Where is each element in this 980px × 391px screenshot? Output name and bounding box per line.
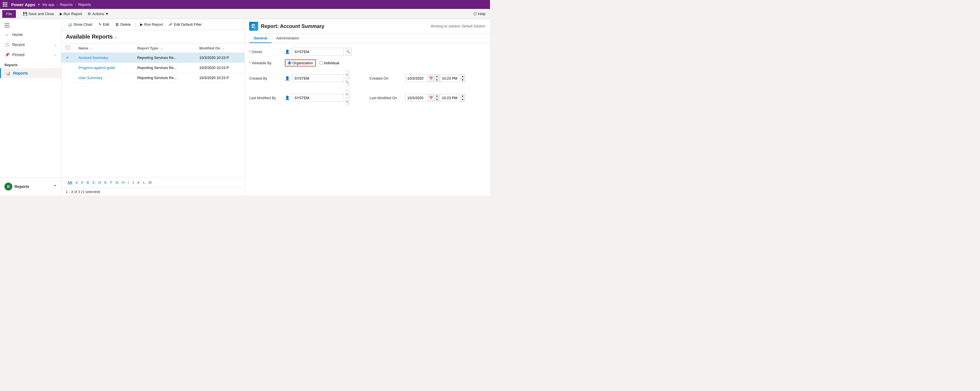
alpha-a[interactable]: A [79,180,85,185]
col-report-type[interactable]: Report Type ⌄ [133,43,195,53]
home-icon: ⌂ [5,32,10,37]
last-modified-on-calendar-button[interactable]: 📅 [428,94,434,102]
file-button[interactable]: File [2,10,16,18]
alpha-hash[interactable]: # [74,180,79,185]
created-on-time-up[interactable]: ▲ [461,74,465,78]
table-title-caret[interactable]: ⌄ [115,35,118,39]
report-type-sort-icon[interactable]: ⌄ [160,47,163,50]
owner-input[interactable] [292,48,344,56]
created-on-down-caret[interactable]: ▼ [435,78,439,82]
owner-user-icon: 👤 [285,49,290,54]
svg-text:▶: ▶ [254,27,256,29]
alpha-all[interactable]: All [66,180,74,185]
tab-general[interactable]: General [249,34,272,43]
show-chart-button[interactable]: 📊 Show Chart [65,21,95,28]
created-by-lookup-btn[interactable]: 🔍 [345,78,349,86]
individual-radio[interactable] [319,61,323,65]
individual-radio-option[interactable]: Individual [319,61,339,65]
alpha-h[interactable]: H [120,180,126,185]
chart-icon: 📊 [68,22,72,27]
r-badge: R [5,183,12,190]
sidebar-toggle[interactable] [0,21,61,30]
last-modified-on-time-up[interactable]: ▲ [461,94,465,98]
status-bar: 1 - 3 of 3 (1 selected) [61,188,245,196]
created-by-up-btn[interactable]: ▲ [345,70,349,78]
select-all-checkbox[interactable] [66,46,70,49]
sidebar-item-home[interactable]: ⌂ Home [0,30,61,40]
right-panel-header: ▶ Report: Account Summary Working on sol… [245,19,490,34]
run-report-toolbar-button[interactable]: ▶ Run Report [57,10,84,18]
app-name[interactable]: Power Apps [11,2,35,7]
created-on-date-input[interactable] [406,74,428,82]
row-1-check[interactable]: ✓ [61,53,74,63]
owner-label: Owner [249,50,283,54]
organization-radio-option[interactable]: Organization [285,59,316,67]
alpha-d[interactable]: D [97,180,103,185]
row-1-name-link[interactable]: Account Summary [78,56,108,60]
col-name[interactable]: Name ↑↓ [74,43,133,53]
alpha-b[interactable]: B [85,180,91,185]
breadcrumb-reports-2[interactable]: Reports [78,3,91,7]
row-3-check[interactable] [61,73,74,83]
created-on-label: Created On [370,76,403,80]
row-2-check[interactable] [61,63,74,73]
help-button[interactable]: ⓘ Help [471,10,488,18]
table-row: User Summary Reporting Services Re... 10… [61,73,245,83]
alpha-l[interactable]: L [142,180,147,185]
row-1-report-type: Reporting Services Re... [133,53,195,63]
row-2-name[interactable]: Progress against goals [74,63,133,73]
save-and-close-button[interactable]: 💾 Save and Close [21,10,56,18]
run-report-icon: ▶ [60,12,62,16]
sidebar-item-recent[interactable]: 🕐 Recent ⌄ [0,40,61,50]
edit-button[interactable]: ✎ Edit [96,21,112,28]
alpha-m[interactable]: M [147,180,153,185]
created-on-time-down[interactable]: ▼ [461,78,465,82]
top-nav: Power Apps ▼ My app › Reports › Reports [0,0,490,9]
created-by-input[interactable] [292,74,344,82]
my-app-label[interactable]: My app [42,3,54,7]
alpha-e[interactable]: E [103,180,108,185]
sidebar-item-pinned[interactable]: 📌 Pinned ⌄ [0,50,61,60]
last-modified-by-input[interactable] [292,94,344,102]
row-1-name[interactable]: Account Summary [74,53,133,63]
organization-radio[interactable] [288,61,291,65]
edit-default-filter-button[interactable]: ☍ Edit Default Filter [166,21,205,28]
last-modified-on-date-input[interactable] [406,94,428,102]
alpha-j[interactable]: J [130,180,136,185]
created-on-calendar-button[interactable]: 📅 [428,74,434,82]
alpha-f[interactable]: F [108,180,114,185]
svg-rect-3 [252,27,254,27]
delete-button[interactable]: 🗑 Delete [113,21,134,28]
actions-button[interactable]: ⚙ Actions ▼ [85,10,111,18]
last-modified-by-lookup-btn[interactable]: 🔍 [345,98,349,105]
row-3-name-link[interactable]: User Summary [78,76,103,80]
col-check[interactable] [61,43,74,53]
tab-administration[interactable]: Administration [272,34,303,43]
created-on-time-input[interactable] [440,74,460,82]
name-sort-icons[interactable]: ↑↓ [90,47,93,50]
last-modified-on-label: Last Modified On [370,96,403,100]
run-report-list-button[interactable]: ▶ Run Report [137,21,165,28]
last-modified-on-time-input[interactable] [440,94,460,102]
alpha-k[interactable]: K [135,180,142,185]
owner-lookup-button[interactable]: 🔍 [345,48,352,56]
last-modified-on-up-caret[interactable]: ▲ [435,94,439,98]
modified-on-sort-icon[interactable]: ⌄ [222,47,224,50]
last-modified-by-up-btn[interactable]: ▲ [345,90,349,98]
alpha-i[interactable]: I [126,180,130,185]
alpha-g[interactable]: G [114,180,120,185]
col-modified-on[interactable]: Modified On ⌄ [195,43,245,53]
table-container: Available Reports ⌄ Name ↑↓ Report [61,30,245,177]
row-3-name[interactable]: User Summary [74,73,133,83]
sidebar-item-reports[interactable]: 📊 Reports [0,68,61,78]
last-modified-on-down-caret[interactable]: ▼ [435,98,439,102]
alpha-c[interactable]: C [91,180,97,185]
row-2-name-link[interactable]: Progress against goals [78,65,115,70]
waffle-icon[interactable] [2,2,8,7]
sidebar-bottom-reports[interactable]: R Reports ⌃ [0,180,61,193]
owner-input-group: 👤 🔍 [285,48,485,56]
check-icon: ✓ [66,56,69,60]
breadcrumb-reports-1[interactable]: Reports [60,3,73,7]
last-modified-on-time-down[interactable]: ▼ [461,98,465,102]
created-on-up-caret[interactable]: ▲ [435,74,439,78]
